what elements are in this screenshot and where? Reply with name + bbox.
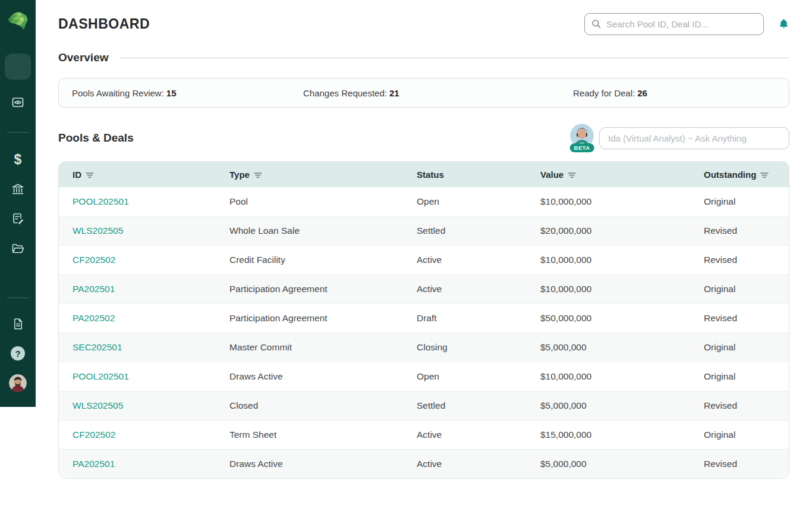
- stat-value: 26: [637, 88, 647, 98]
- column-header-type: Type: [229, 170, 417, 180]
- sidebar-item-files[interactable]: [10, 241, 26, 256]
- cell-outstanding: Original: [704, 284, 789, 294]
- filter-icon[interactable]: [86, 172, 94, 178]
- cell-id: CF202502: [73, 430, 229, 440]
- cell-status: Open: [417, 196, 540, 207]
- overview-divider: [119, 58, 790, 58]
- cell-outstanding: Revised: [704, 255, 789, 265]
- pool-id-link[interactable]: SEC202501: [73, 342, 122, 352]
- stat-pools-awaiting-review: Pools Awaiting Review:15: [72, 88, 303, 98]
- table-row[interactable]: POOL202501PoolOpen$10,000,000Original: [59, 187, 789, 216]
- sidebar-item-home[interactable]: [5, 54, 31, 80]
- cell-type: Master Commit: [229, 342, 417, 353]
- virtual-analyst: BETA: [570, 124, 789, 152]
- sidebar-item-monitor[interactable]: [10, 94, 26, 111]
- sidebar-item-document[interactable]: [10, 316, 26, 331]
- cell-status: Active: [417, 459, 540, 469]
- table-row[interactable]: CF202502Credit FacilityActive$10,000,000…: [59, 245, 789, 274]
- cell-value: $10,000,000: [540, 255, 704, 265]
- cell-value: $5,000,000: [540, 400, 704, 411]
- column-header-outstanding: Outstanding: [704, 170, 789, 180]
- column-label: Outstanding: [704, 170, 756, 180]
- brain-logo[interactable]: [5, 8, 31, 33]
- filter-icon[interactable]: [760, 172, 769, 178]
- cell-value: $50,000,000: [540, 313, 704, 324]
- pool-id-link[interactable]: POOL202501: [73, 371, 129, 381]
- sidebar: $: [0, 0, 36, 407]
- column-label: Value: [540, 170, 564, 180]
- cell-outstanding: Original: [704, 342, 789, 353]
- cell-value: $15,000,000: [540, 430, 704, 440]
- cell-value: $20,000,000: [540, 225, 704, 236]
- stat-label: Pools Awaiting Review:: [72, 88, 164, 98]
- profile-avatar[interactable]: [9, 374, 27, 392]
- pool-id-link[interactable]: PA202502: [73, 313, 115, 323]
- pool-id-link[interactable]: CF202502: [73, 430, 115, 440]
- cell-type: Credit Facility: [229, 255, 417, 265]
- cell-status: Open: [417, 371, 540, 382]
- pool-id-link[interactable]: POOL202501: [73, 196, 129, 206]
- overview-stats-bar: Pools Awaiting Review:15 Changes Request…: [58, 78, 789, 108]
- table-row[interactable]: WLS202505ClosedSettled$5,000,000Revised: [59, 391, 789, 420]
- column-header-id: ID: [73, 170, 229, 180]
- table-row[interactable]: SEC202501Master CommitClosing$5,000,000O…: [59, 333, 789, 362]
- cell-status: Draft: [417, 313, 540, 324]
- cell-status: Settled: [417, 225, 540, 236]
- filter-icon[interactable]: [568, 172, 576, 178]
- cell-outstanding: Revised: [704, 400, 789, 411]
- dollar-icon: $: [14, 152, 22, 168]
- stat-value: 21: [389, 88, 399, 98]
- sidebar-divider: [7, 297, 29, 298]
- table-row[interactable]: POOL202501Draws ActiveOpen$10,000,000Ori…: [59, 362, 789, 391]
- cell-id: PA202502: [73, 313, 229, 324]
- top-bar: DASHBOARD: [58, 12, 789, 36]
- sidebar-item-bank[interactable]: [10, 181, 26, 197]
- cell-id: PA202501: [73, 459, 229, 469]
- cell-status: Active: [417, 255, 540, 265]
- cell-type: Term Sheet: [229, 430, 417, 440]
- cell-id: WLS202505: [73, 225, 229, 236]
- page-title: DASHBOARD: [58, 16, 150, 32]
- sidebar-divider: [7, 132, 29, 133]
- filter-icon[interactable]: [254, 172, 262, 178]
- cell-id: PA202501: [73, 284, 229, 294]
- cell-id: POOL202501: [73, 196, 229, 207]
- beta-badge: BETA: [570, 143, 594, 152]
- table-row[interactable]: CF202502Term SheetActive$15,000,000Origi…: [59, 420, 789, 449]
- search-icon: [591, 18, 602, 29]
- cell-value: $5,000,000: [540, 459, 704, 469]
- table-row[interactable]: PA202501Draws ActiveActive$5,000,000Revi…: [59, 449, 789, 478]
- sidebar-item-help[interactable]: ?: [10, 345, 26, 362]
- svg-text:?: ?: [15, 349, 20, 359]
- cell-outstanding: Revised: [704, 459, 789, 469]
- cell-outstanding: Revised: [704, 225, 789, 236]
- analyst-ask-input[interactable]: [599, 127, 789, 149]
- cell-status: Active: [417, 430, 540, 440]
- sidebar-item-finance[interactable]: $: [10, 151, 26, 168]
- pool-id-link[interactable]: PA202501: [73, 459, 115, 469]
- pool-id-link[interactable]: PA202501: [73, 284, 115, 294]
- cell-type: Participation Agreement: [229, 284, 417, 294]
- sidebar-item-notes[interactable]: [10, 211, 26, 227]
- cell-value: $10,000,000: [540, 196, 704, 207]
- pool-id-link[interactable]: WLS202505: [73, 400, 123, 410]
- main-content: DASHBOARD Overview: [36, 0, 812, 511]
- cell-id: POOL202501: [73, 371, 229, 382]
- overview-header: Overview: [58, 51, 789, 64]
- table-row[interactable]: WLS202505Whole Loan SaleSettled$20,000,0…: [59, 216, 789, 245]
- table-row[interactable]: PA202502Participation AgreementDraft$50,…: [59, 303, 789, 333]
- cell-outstanding: Original: [704, 371, 789, 382]
- cell-status: Closing: [417, 342, 540, 353]
- table-row[interactable]: PA202501Participation AgreementActive$10…: [59, 274, 789, 303]
- cell-type: Participation Agreement: [229, 313, 417, 324]
- pool-id-link[interactable]: WLS202505: [73, 225, 123, 236]
- cell-id: WLS202505: [73, 400, 229, 411]
- search-input[interactable]: [606, 19, 757, 29]
- pool-id-link[interactable]: CF202502: [73, 255, 115, 265]
- cell-type: Whole Loan Sale: [229, 225, 417, 236]
- cell-outstanding: Revised: [704, 313, 789, 324]
- column-label: Status: [417, 170, 444, 180]
- cell-status: Settled: [417, 400, 540, 411]
- cell-status: Active: [417, 284, 540, 294]
- bell-icon[interactable]: [778, 18, 789, 30]
